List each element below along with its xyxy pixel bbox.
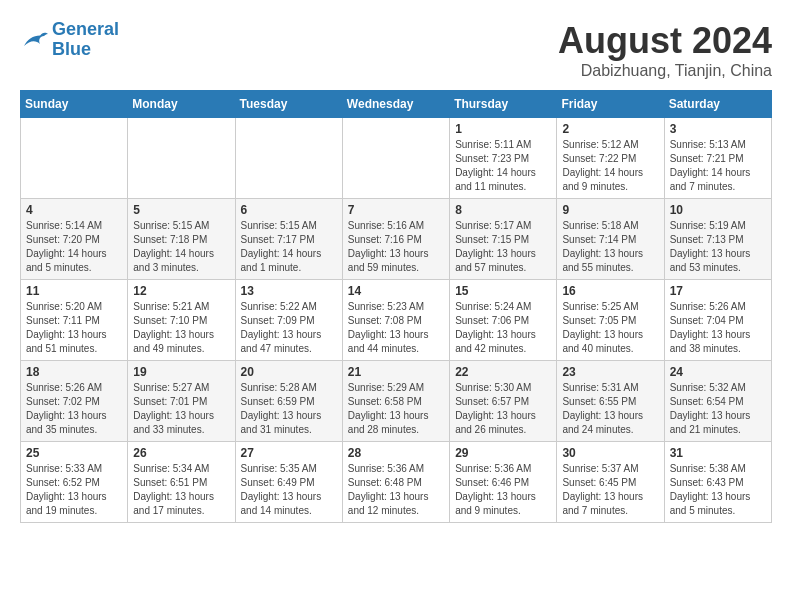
calendar-week-row: 18Sunrise: 5:26 AMSunset: 7:02 PMDayligh… [21, 361, 772, 442]
header-cell-monday: Monday [128, 91, 235, 118]
day-info: Sunrise: 5:31 AMSunset: 6:55 PMDaylight:… [562, 381, 658, 437]
calendar-cell: 17Sunrise: 5:26 AMSunset: 7:04 PMDayligh… [664, 280, 771, 361]
day-number: 21 [348, 365, 444, 379]
calendar-cell: 12Sunrise: 5:21 AMSunset: 7:10 PMDayligh… [128, 280, 235, 361]
day-number: 6 [241, 203, 337, 217]
calendar-week-row: 1Sunrise: 5:11 AMSunset: 7:23 PMDaylight… [21, 118, 772, 199]
day-number: 29 [455, 446, 551, 460]
day-info: Sunrise: 5:37 AMSunset: 6:45 PMDaylight:… [562, 462, 658, 518]
logo: General Blue [20, 20, 119, 60]
day-number: 3 [670, 122, 766, 136]
calendar-cell: 28Sunrise: 5:36 AMSunset: 6:48 PMDayligh… [342, 442, 449, 523]
calendar-cell: 14Sunrise: 5:23 AMSunset: 7:08 PMDayligh… [342, 280, 449, 361]
day-number: 5 [133, 203, 229, 217]
day-info: Sunrise: 5:36 AMSunset: 6:48 PMDaylight:… [348, 462, 444, 518]
day-info: Sunrise: 5:36 AMSunset: 6:46 PMDaylight:… [455, 462, 551, 518]
day-info: Sunrise: 5:30 AMSunset: 6:57 PMDaylight:… [455, 381, 551, 437]
day-number: 7 [348, 203, 444, 217]
day-number: 1 [455, 122, 551, 136]
day-number: 16 [562, 284, 658, 298]
day-number: 22 [455, 365, 551, 379]
header-cell-thursday: Thursday [450, 91, 557, 118]
calendar-cell: 19Sunrise: 5:27 AMSunset: 7:01 PMDayligh… [128, 361, 235, 442]
calendar-cell: 5Sunrise: 5:15 AMSunset: 7:18 PMDaylight… [128, 199, 235, 280]
calendar-body: 1Sunrise: 5:11 AMSunset: 7:23 PMDaylight… [21, 118, 772, 523]
header-row: SundayMondayTuesdayWednesdayThursdayFrid… [21, 91, 772, 118]
calendar-cell: 8Sunrise: 5:17 AMSunset: 7:15 PMDaylight… [450, 199, 557, 280]
calendar-cell [128, 118, 235, 199]
day-info: Sunrise: 5:18 AMSunset: 7:14 PMDaylight:… [562, 219, 658, 275]
calendar-cell: 27Sunrise: 5:35 AMSunset: 6:49 PMDayligh… [235, 442, 342, 523]
day-info: Sunrise: 5:33 AMSunset: 6:52 PMDaylight:… [26, 462, 122, 518]
day-info: Sunrise: 5:35 AMSunset: 6:49 PMDaylight:… [241, 462, 337, 518]
calendar-cell [21, 118, 128, 199]
day-info: Sunrise: 5:24 AMSunset: 7:06 PMDaylight:… [455, 300, 551, 356]
day-number: 13 [241, 284, 337, 298]
calendar-cell: 2Sunrise: 5:12 AMSunset: 7:22 PMDaylight… [557, 118, 664, 199]
calendar-cell: 13Sunrise: 5:22 AMSunset: 7:09 PMDayligh… [235, 280, 342, 361]
day-info: Sunrise: 5:22 AMSunset: 7:09 PMDaylight:… [241, 300, 337, 356]
calendar-cell: 31Sunrise: 5:38 AMSunset: 6:43 PMDayligh… [664, 442, 771, 523]
calendar-cell: 22Sunrise: 5:30 AMSunset: 6:57 PMDayligh… [450, 361, 557, 442]
day-number: 11 [26, 284, 122, 298]
day-number: 8 [455, 203, 551, 217]
day-number: 25 [26, 446, 122, 460]
day-info: Sunrise: 5:15 AMSunset: 7:17 PMDaylight:… [241, 219, 337, 275]
calendar-cell [235, 118, 342, 199]
logo-line2: Blue [52, 39, 91, 59]
day-number: 9 [562, 203, 658, 217]
calendar-cell: 21Sunrise: 5:29 AMSunset: 6:58 PMDayligh… [342, 361, 449, 442]
day-number: 24 [670, 365, 766, 379]
calendar-week-row: 25Sunrise: 5:33 AMSunset: 6:52 PMDayligh… [21, 442, 772, 523]
day-info: Sunrise: 5:11 AMSunset: 7:23 PMDaylight:… [455, 138, 551, 194]
logo-text: General Blue [52, 20, 119, 60]
day-number: 2 [562, 122, 658, 136]
title-area: August 2024 Dabizhuang, Tianjin, China [558, 20, 772, 80]
calendar-week-row: 4Sunrise: 5:14 AMSunset: 7:20 PMDaylight… [21, 199, 772, 280]
day-info: Sunrise: 5:26 AMSunset: 7:04 PMDaylight:… [670, 300, 766, 356]
day-number: 27 [241, 446, 337, 460]
calendar-cell: 16Sunrise: 5:25 AMSunset: 7:05 PMDayligh… [557, 280, 664, 361]
day-number: 10 [670, 203, 766, 217]
calendar-cell: 29Sunrise: 5:36 AMSunset: 6:46 PMDayligh… [450, 442, 557, 523]
calendar-cell: 6Sunrise: 5:15 AMSunset: 7:17 PMDaylight… [235, 199, 342, 280]
day-info: Sunrise: 5:32 AMSunset: 6:54 PMDaylight:… [670, 381, 766, 437]
calendar-cell: 20Sunrise: 5:28 AMSunset: 6:59 PMDayligh… [235, 361, 342, 442]
calendar-cell: 18Sunrise: 5:26 AMSunset: 7:02 PMDayligh… [21, 361, 128, 442]
calendar-table: SundayMondayTuesdayWednesdayThursdayFrid… [20, 90, 772, 523]
calendar-cell: 23Sunrise: 5:31 AMSunset: 6:55 PMDayligh… [557, 361, 664, 442]
day-number: 28 [348, 446, 444, 460]
calendar-cell: 9Sunrise: 5:18 AMSunset: 7:14 PMDaylight… [557, 199, 664, 280]
day-info: Sunrise: 5:20 AMSunset: 7:11 PMDaylight:… [26, 300, 122, 356]
day-info: Sunrise: 5:19 AMSunset: 7:13 PMDaylight:… [670, 219, 766, 275]
day-info: Sunrise: 5:12 AMSunset: 7:22 PMDaylight:… [562, 138, 658, 194]
header: General Blue August 2024 Dabizhuang, Tia… [20, 20, 772, 80]
day-number: 14 [348, 284, 444, 298]
day-info: Sunrise: 5:14 AMSunset: 7:20 PMDaylight:… [26, 219, 122, 275]
header-cell-friday: Friday [557, 91, 664, 118]
day-number: 12 [133, 284, 229, 298]
calendar-cell: 24Sunrise: 5:32 AMSunset: 6:54 PMDayligh… [664, 361, 771, 442]
day-info: Sunrise: 5:17 AMSunset: 7:15 PMDaylight:… [455, 219, 551, 275]
day-info: Sunrise: 5:27 AMSunset: 7:01 PMDaylight:… [133, 381, 229, 437]
day-info: Sunrise: 5:34 AMSunset: 6:51 PMDaylight:… [133, 462, 229, 518]
day-number: 4 [26, 203, 122, 217]
day-number: 26 [133, 446, 229, 460]
header-cell-sunday: Sunday [21, 91, 128, 118]
day-info: Sunrise: 5:29 AMSunset: 6:58 PMDaylight:… [348, 381, 444, 437]
day-info: Sunrise: 5:28 AMSunset: 6:59 PMDaylight:… [241, 381, 337, 437]
calendar-header: SundayMondayTuesdayWednesdayThursdayFrid… [21, 91, 772, 118]
day-info: Sunrise: 5:13 AMSunset: 7:21 PMDaylight:… [670, 138, 766, 194]
day-info: Sunrise: 5:25 AMSunset: 7:05 PMDaylight:… [562, 300, 658, 356]
calendar-cell [342, 118, 449, 199]
logo-line1: General [52, 19, 119, 39]
day-number: 19 [133, 365, 229, 379]
calendar-week-row: 11Sunrise: 5:20 AMSunset: 7:11 PMDayligh… [21, 280, 772, 361]
day-info: Sunrise: 5:15 AMSunset: 7:18 PMDaylight:… [133, 219, 229, 275]
calendar-cell: 11Sunrise: 5:20 AMSunset: 7:11 PMDayligh… [21, 280, 128, 361]
logo-icon [20, 28, 48, 52]
day-number: 31 [670, 446, 766, 460]
day-number: 23 [562, 365, 658, 379]
calendar-cell: 10Sunrise: 5:19 AMSunset: 7:13 PMDayligh… [664, 199, 771, 280]
calendar-cell: 1Sunrise: 5:11 AMSunset: 7:23 PMDaylight… [450, 118, 557, 199]
